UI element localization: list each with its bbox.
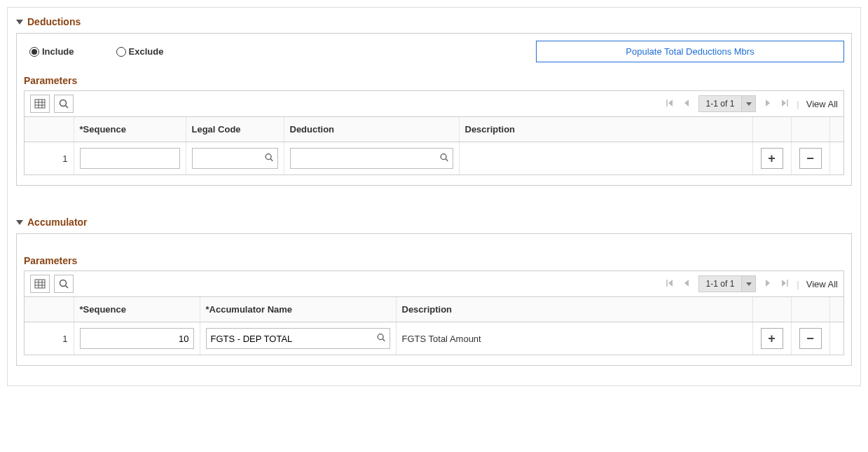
- page-range-text: 1-1 of 1: [699, 277, 742, 291]
- deductions-grid-toolbar: 1-1 of 1 | View All: [25, 91, 843, 117]
- prev-page-button[interactable]: [682, 99, 691, 109]
- chevron-down-icon: [741, 96, 755, 111]
- col-add: [752, 297, 791, 322]
- svg-marker-8: [668, 100, 673, 107]
- col-description[interactable]: Description: [459, 117, 752, 142]
- grid-icon: [34, 98, 46, 109]
- delete-row-button[interactable]: −: [799, 328, 822, 349]
- chevron-down-icon: [741, 276, 755, 292]
- svg-point-13: [266, 154, 271, 160]
- next-page-button[interactable]: [763, 279, 773, 289]
- col-legal-code[interactable]: Legal Code: [186, 117, 284, 142]
- svg-line-31: [383, 339, 385, 341]
- table-row: 1: [25, 142, 843, 175]
- grid-find-button[interactable]: [54, 95, 74, 113]
- page-range-select[interactable]: 1-1 of 1: [698, 275, 757, 292]
- col-sequence[interactable]: *Sequence: [74, 297, 200, 322]
- collapse-icon: [16, 220, 23, 225]
- accumulator-table: *Sequence *Accumulator Name Description …: [25, 297, 843, 355]
- accumulator-parameters-label: Parameters: [24, 255, 844, 266]
- col-delete: [791, 297, 829, 322]
- sequence-input[interactable]: [80, 148, 180, 169]
- col-rownum: [25, 117, 74, 142]
- col-description[interactable]: Description: [396, 297, 752, 322]
- svg-marker-27: [766, 280, 770, 287]
- first-page-button[interactable]: [665, 99, 675, 109]
- svg-rect-17: [35, 280, 45, 288]
- collapse-icon: [16, 20, 23, 25]
- radio-icon: [29, 47, 39, 57]
- delete-row-button[interactable]: −: [799, 148, 822, 169]
- col-rownum: [25, 297, 74, 322]
- col-deduction[interactable]: Deduction: [284, 117, 459, 142]
- deductions-section-toggle[interactable]: Deductions: [16, 16, 852, 27]
- table-row: 1 FGTS Total Amount + −: [25, 322, 843, 355]
- accumulator-name-input[interactable]: [206, 328, 390, 349]
- include-radio[interactable]: Include: [29, 46, 74, 57]
- search-icon[interactable]: [376, 333, 386, 345]
- accumulator-title: Accumulator: [27, 217, 88, 228]
- prev-page-button[interactable]: [682, 279, 691, 289]
- view-all-link[interactable]: View All: [806, 99, 838, 109]
- accumulator-grid: 1-1 of 1 | View All: [24, 270, 844, 355]
- grid-personalize-button[interactable]: [30, 275, 50, 293]
- svg-line-14: [270, 159, 273, 161]
- col-sequence[interactable]: *Sequence: [74, 117, 186, 142]
- row-number: 1: [25, 322, 74, 355]
- view-all-link[interactable]: View All: [806, 279, 838, 289]
- svg-point-5: [60, 100, 67, 107]
- svg-point-22: [60, 280, 67, 287]
- search-icon[interactable]: [264, 153, 274, 165]
- exclude-label: Exclude: [129, 46, 164, 57]
- deductions-grid: 1-1 of 1 | View All: [24, 90, 844, 175]
- col-acc-name[interactable]: *Accumulator Name: [200, 297, 396, 322]
- page-range-select[interactable]: 1-1 of 1: [698, 95, 757, 112]
- search-icon: [58, 278, 69, 289]
- last-page-button[interactable]: [780, 99, 790, 109]
- radio-icon: [116, 47, 126, 57]
- svg-marker-9: [684, 100, 689, 107]
- svg-point-15: [441, 154, 446, 160]
- main-container: Deductions Include Exclude Populate Tota…: [7, 7, 861, 386]
- search-icon: [58, 98, 69, 109]
- separator: |: [797, 279, 799, 289]
- description-cell: FGTS Total Amount: [396, 322, 752, 355]
- separator: |: [797, 99, 799, 109]
- next-page-button[interactable]: [763, 99, 773, 109]
- col-delete: [791, 117, 829, 142]
- accumulator-body: Parameters: [16, 233, 852, 366]
- deductions-radios: Include Exclude: [24, 46, 163, 57]
- svg-rect-0: [35, 100, 45, 108]
- svg-line-23: [66, 286, 69, 289]
- deduction-input[interactable]: [290, 148, 453, 169]
- include-label: Include: [42, 46, 74, 57]
- grid-icon: [34, 278, 46, 289]
- accumulator-section-toggle[interactable]: Accumulator: [16, 217, 852, 228]
- deductions-parameters-label: Parameters: [24, 75, 844, 86]
- col-spacer: [829, 297, 843, 322]
- populate-deductions-button[interactable]: Populate Total Deductions Mbrs: [536, 41, 844, 62]
- exclude-radio[interactable]: Exclude: [116, 46, 164, 57]
- svg-point-30: [378, 334, 383, 340]
- add-row-button[interactable]: +: [761, 148, 783, 169]
- deductions-table: *Sequence Legal Code Deduction Descripti…: [25, 117, 843, 174]
- description-cell: [459, 142, 752, 175]
- svg-line-6: [66, 106, 69, 109]
- col-add: [752, 117, 791, 142]
- svg-line-16: [446, 159, 448, 161]
- svg-marker-11: [782, 100, 786, 107]
- deductions-body: Include Exclude Populate Total Deduction…: [16, 33, 852, 186]
- add-row-button[interactable]: +: [761, 328, 783, 349]
- svg-marker-26: [684, 280, 689, 287]
- first-page-button[interactable]: [665, 279, 675, 289]
- grid-personalize-button[interactable]: [30, 95, 50, 113]
- grid-find-button[interactable]: [54, 275, 74, 293]
- page-range-text: 1-1 of 1: [699, 97, 742, 111]
- last-page-button[interactable]: [780, 279, 790, 289]
- search-icon[interactable]: [439, 153, 449, 165]
- sequence-input[interactable]: [80, 328, 194, 349]
- col-spacer: [829, 117, 843, 142]
- deductions-top-row: Include Exclude Populate Total Deduction…: [24, 41, 844, 62]
- svg-marker-28: [782, 280, 786, 287]
- svg-marker-25: [668, 280, 673, 287]
